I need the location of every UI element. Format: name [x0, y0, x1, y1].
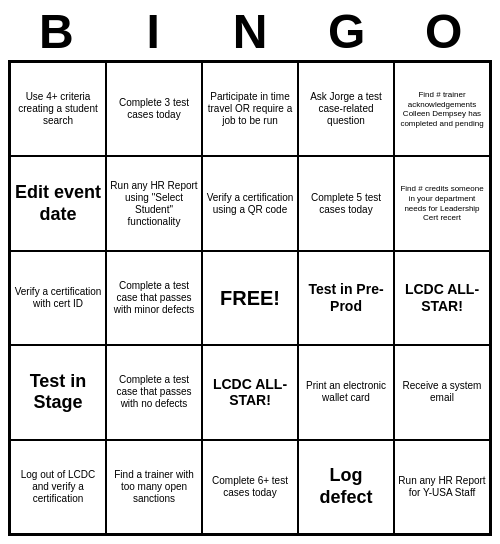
cell-r3-c0: Test in Stage	[10, 345, 106, 439]
cell-r2-c3: Test in Pre-Prod	[298, 251, 394, 345]
bingo-letter: N	[206, 8, 293, 56]
bingo-letter: O	[400, 8, 487, 56]
cell-r4-c0: Log out of LCDC and verify a certificati…	[10, 440, 106, 534]
cell-r1-c0: Edit event date	[10, 156, 106, 250]
cell-r1-c4: Find # credits someone in your departmen…	[394, 156, 490, 250]
cell-r0-c3: Ask Jorge a test case-related question	[298, 62, 394, 156]
cell-r0-c0: Use 4+ criteria creating a student searc…	[10, 62, 106, 156]
cell-r4-c2: Complete 6+ test cases today	[202, 440, 298, 534]
cell-r0-c2: Participate in time travel OR require a …	[202, 62, 298, 156]
bingo-letter: I	[110, 8, 197, 56]
cell-r0-c1: Complete 3 test cases today	[106, 62, 202, 156]
cell-r1-c2: Verify a certification using a QR code	[202, 156, 298, 250]
bingo-title: BINGO	[8, 8, 492, 56]
cell-r1-c1: Run any HR Report using "Select Student"…	[106, 156, 202, 250]
bingo-grid: Use 4+ criteria creating a student searc…	[8, 60, 492, 536]
cell-r2-c1: Complete a test case that passes with mi…	[106, 251, 202, 345]
cell-r2-c4: LCDC ALL-STAR!	[394, 251, 490, 345]
cell-r0-c4: Find # trainer acknowledgements Colleen …	[394, 62, 490, 156]
cell-r3-c4: Receive a system email	[394, 345, 490, 439]
cell-r2-c2: FREE!	[202, 251, 298, 345]
cell-r4-c1: Find a trainer with too many open sancti…	[106, 440, 202, 534]
cell-r4-c3: Log defect	[298, 440, 394, 534]
bingo-letter: G	[303, 8, 390, 56]
cell-r4-c4: Run any HR Report for Y-USA Staff	[394, 440, 490, 534]
cell-r2-c0: Verify a certification with cert ID	[10, 251, 106, 345]
cell-r3-c2: LCDC ALL-STAR!	[202, 345, 298, 439]
cell-r3-c1: Complete a test case that passes with no…	[106, 345, 202, 439]
cell-r3-c3: Print an electronic wallet card	[298, 345, 394, 439]
bingo-letter: B	[13, 8, 100, 56]
cell-r1-c3: Complete 5 test cases today	[298, 156, 394, 250]
